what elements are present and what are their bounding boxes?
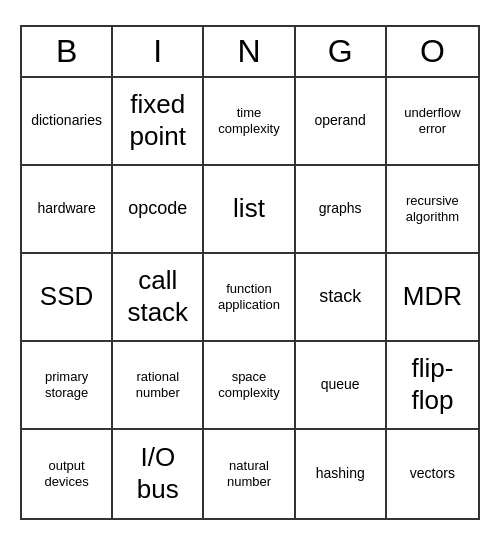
- bingo-cell: rational number: [113, 342, 204, 430]
- bingo-grid: dictionariesfixed pointtime complexityop…: [22, 78, 478, 518]
- bingo-cell: I/O bus: [113, 430, 204, 518]
- bingo-cell: hashing: [296, 430, 387, 518]
- header-letter: O: [387, 27, 478, 76]
- bingo-cell: output devices: [22, 430, 113, 518]
- header-letter: B: [22, 27, 113, 76]
- bingo-cell: MDR: [387, 254, 478, 342]
- bingo-cell: dictionaries: [22, 78, 113, 166]
- bingo-cell: flip-flop: [387, 342, 478, 430]
- bingo-cell: opcode: [113, 166, 204, 254]
- bingo-cell: graphs: [296, 166, 387, 254]
- bingo-cell: hardware: [22, 166, 113, 254]
- bingo-cell: list: [204, 166, 295, 254]
- header-letter: N: [204, 27, 295, 76]
- bingo-cell: queue: [296, 342, 387, 430]
- bingo-cell: vectors: [387, 430, 478, 518]
- bingo-cell: underflow error: [387, 78, 478, 166]
- bingo-cell: operand: [296, 78, 387, 166]
- bingo-cell: function application: [204, 254, 295, 342]
- bingo-cell: space complexity: [204, 342, 295, 430]
- bingo-header: BINGO: [22, 27, 478, 78]
- bingo-cell: recursive algorithm: [387, 166, 478, 254]
- bingo-cell: primary storage: [22, 342, 113, 430]
- header-letter: I: [113, 27, 204, 76]
- bingo-card: BINGO dictionariesfixed pointtime comple…: [20, 25, 480, 520]
- bingo-cell: call stack: [113, 254, 204, 342]
- bingo-cell: stack: [296, 254, 387, 342]
- bingo-cell: SSD: [22, 254, 113, 342]
- bingo-cell: time complexity: [204, 78, 295, 166]
- bingo-cell: fixed point: [113, 78, 204, 166]
- header-letter: G: [296, 27, 387, 76]
- bingo-cell: natural number: [204, 430, 295, 518]
